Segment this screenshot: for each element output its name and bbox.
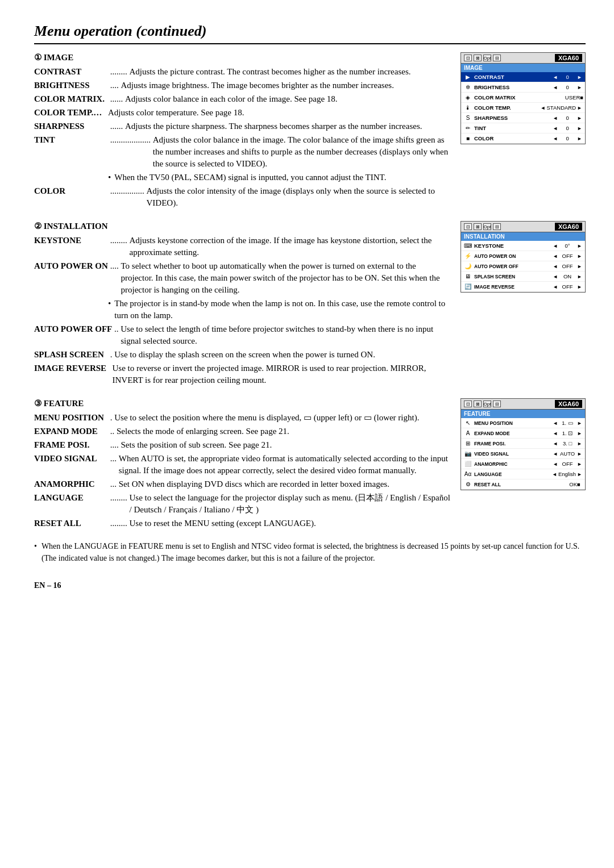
entry-language: LANGUAGE ........ Use to select the lang…: [34, 492, 450, 516]
section-installation: ② INSTALLATION KEYSTONE ........ Adjusts…: [34, 221, 586, 388]
osd-row-frame-posi: ⊞ FRAME POSI. ◄ 3. □ ►: [461, 439, 585, 449]
osd-install-icon-1: ⊡: [464, 223, 472, 230]
entry-frame-posi: FRAME POSI. .... Sets the position of su…: [34, 439, 450, 451]
osd-title-icons: ⊡ ⊠ Opt ⊟: [464, 55, 501, 61]
osd-icon-3: Opt: [483, 55, 491, 61]
osd-icon-1: ⊡: [464, 55, 472, 61]
osd-installation-titlebar: ⊡ ⊠ Opt ⊟ XGA60: [461, 222, 585, 232]
entry-color-matrix: COLOR MATRIX. ...... Adjusts color balan…: [34, 93, 450, 105]
osd-row-reset-all: ⚙ RESET ALL OK■: [461, 479, 585, 490]
osd-section-feature: FEATURE: [461, 410, 585, 418]
section-installation-header: ② INSTALLATION: [34, 221, 450, 231]
section-3-number: ③: [34, 399, 44, 408]
osd-row-brightness: ✲ BRIGHTNESS ◄ 0 ►: [461, 82, 585, 93]
osd-row-image-reverse: 🔄 IMAGE REVERSE ◄ OFF ►: [461, 282, 585, 292]
auto-power-bullet: • The projector is in stand-by mode when…: [108, 298, 450, 322]
osd-row-auto-power-off: 🌙 AUTO POWER OFF ◄ OFF ►: [461, 261, 585, 272]
entry-brightness: BRIGHTNESS .... Adjusts image brightness…: [34, 80, 450, 91]
section-number: ①: [34, 53, 44, 62]
osd-row-contrast: ▶ CONTRAST ◄ 0 ►: [461, 72, 585, 82]
osd-row-color: ■ COLOR ◄ 0 ►: [461, 133, 585, 144]
osd-feature-titlebar: ⊡ ⊠ Opt ⊟ XGA60: [461, 399, 585, 410]
osd-installation-panel: ⊡ ⊠ Opt ⊟ XGA60 INSTALLATION ⌨ KEYSTONE …: [460, 221, 586, 388]
osd-feature-icon-3: Opt: [483, 400, 491, 407]
section-installation-text: ② INSTALLATION KEYSTONE ........ Adjusts…: [34, 221, 450, 388]
osd-feature-icon-1: ⊡: [464, 400, 472, 407]
osd-feature-icon-2: ⊠: [474, 400, 482, 407]
entry-tint: TINT ................... Adjusts the col…: [34, 134, 450, 170]
osd-model-installation: XGA60: [555, 223, 582, 231]
osd-feature-icons: ⊡ ⊠ Opt ⊟: [464, 400, 501, 407]
entry-sharpness: SHARPNESS ...... Adjusts the picture sha…: [34, 120, 450, 132]
footnote-text: When the LANGUAGE in FEATURE menu is set…: [42, 540, 586, 564]
section-2-number: ②: [34, 222, 44, 231]
entry-expand-mode: EXPAND MODE .. Selects the mode of enlar…: [34, 425, 450, 437]
osd-install-icon-2: ⊠: [474, 223, 482, 230]
entry-video-signal: VIDEO SIGNAL ... When AUTO is set, the a…: [34, 453, 450, 477]
osd-feature-icon-4: ⊟: [493, 400, 501, 407]
osd-section-installation: INSTALLATION: [461, 232, 585, 241]
entry-auto-power-off: AUTO POWER OFF .. Use to select the leng…: [34, 323, 450, 347]
osd-icon-2: ⊠: [474, 55, 482, 61]
osd-row-color-matrix: ◈ COLOR MATRIX USER■: [461, 93, 585, 103]
osd-row-menu-position: ↖ MENU POSITION ◄ 1. ▭ ►: [461, 418, 585, 428]
entry-anamorphic: ANAMORPHIC ... Set ON when displaying DV…: [34, 478, 450, 490]
osd-model-feature: XGA60: [555, 400, 582, 408]
osd-install-icons: ⊡ ⊠ Opt ⊟: [464, 223, 501, 230]
osd-feature-panel: ⊡ ⊠ Opt ⊟ XGA60 FEATURE ↖ MENU POSITION …: [460, 398, 586, 531]
section-image-header: ① IMAGE: [34, 52, 450, 62]
osd-row-splash-screen: 🖥 SPLASH SCREEN ◄ ON ►: [461, 272, 585, 282]
entry-color: COLOR ................ Adjusts the color…: [34, 185, 450, 209]
section-image-text: ① IMAGE CONTRAST ........ Adjusts the pi…: [34, 52, 450, 211]
osd-row-anamorphic: ⬜ ANAMORPHIC ◄ OFF ►: [461, 459, 585, 469]
entry-splash-screen: SPLASH SCREEN . Use to display the splas…: [34, 349, 450, 361]
footnote: • When the LANGUAGE in FEATURE menu is s…: [34, 540, 586, 564]
osd-row-video-signal: 📷 VIDEO SIGNAL ◄ AUTO ►: [461, 449, 585, 459]
entry-contrast: CONTRAST ........ Adjusts the picture co…: [34, 66, 450, 78]
entry-color-temp: COLOR TEMP.… Adjusts color temperature. …: [34, 107, 450, 119]
entry-menu-position: MENU POSITION . Use to select the positi…: [34, 412, 450, 424]
osd-section-image: IMAGE: [461, 64, 585, 72]
osd-row-keystone: ⌨ KEYSTONE ◄ 0° ►: [461, 241, 585, 251]
osd-row-expand-mode: A EXPAND MODE ◄ 1. ⊡ ►: [461, 428, 585, 439]
osd-row-auto-power-on: ⚡ AUTO POWER ON ◄ OFF ►: [461, 251, 585, 261]
osd-row-color-temp: 🌡 COLOR TEMP. ◄ STANDARD ►: [461, 103, 585, 113]
osd-image-titlebar: ⊡ ⊠ Opt ⊟ XGA60: [461, 53, 585, 64]
osd-row-tint: ✏ TINT ◄ 0 ►: [461, 123, 585, 133]
entry-reset-all: RESET ALL ........ Use to reset the MENU…: [34, 518, 450, 529]
tint-bullet: • When the TV50 (PAL, SECAM) signal is i…: [108, 172, 450, 183]
entry-auto-power-on: AUTO POWER ON .... To select whether to …: [34, 260, 450, 296]
section-image: ① IMAGE CONTRAST ........ Adjusts the pi…: [34, 52, 586, 211]
entry-keystone: KEYSTONE ........ Adjusts keystone corre…: [34, 235, 450, 258]
page-footer: EN – 16: [34, 581, 586, 590]
osd-install-icon-3: Opt: [483, 223, 491, 230]
osd-icon-4: ⊟: [493, 55, 501, 61]
section-feature-header: ③ FEATURE: [34, 398, 450, 408]
section-feature: ③ FEATURE MENU POSITION . Use to select …: [34, 398, 586, 531]
osd-row-language: Aα LANGUAGE ◄ English ►: [461, 469, 585, 479]
osd-row-sharpness: S SHARPNESS ◄ 0 ►: [461, 113, 585, 123]
osd-image-panel: ⊡ ⊠ Opt ⊟ XGA60 IMAGE ▶ CONTRAST ◄ 0 ► ✲…: [460, 52, 586, 211]
page-title: Menu operation (continued): [34, 23, 586, 44]
osd-model-image: XGA60: [555, 54, 582, 62]
section-feature-text: ③ FEATURE MENU POSITION . Use to select …: [34, 398, 450, 531]
entry-image-reverse: IMAGE REVERSE Use to reverse or invert t…: [34, 362, 450, 386]
osd-install-icon-4: ⊟: [493, 223, 501, 230]
